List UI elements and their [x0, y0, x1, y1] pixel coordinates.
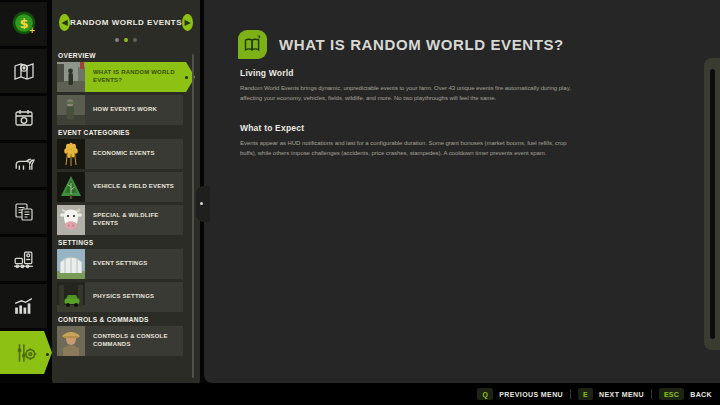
panel-collapse-handle[interactable]: [196, 186, 210, 222]
section-heading: What to Expect: [240, 123, 578, 133]
farmer-portrait-thumbnail: [57, 326, 85, 356]
nav-finances[interactable]: $ +: [0, 2, 47, 46]
section-label-overview: OVERVIEW: [58, 52, 194, 59]
sidebar-item-label: EVENT SETTINGS: [85, 249, 183, 279]
production-icon: [11, 247, 36, 272]
page-dot-active: [124, 38, 128, 42]
sidebar-item-label: PHYSICS SETTINGS: [85, 282, 183, 312]
street-scene-1-thumbnail: [57, 62, 85, 92]
sidebar-item-label: VEHICLE & FIELD EVENTS: [85, 172, 183, 202]
animal-icon: [11, 153, 36, 178]
prev-page-button[interactable]: ◀: [59, 14, 70, 31]
street-scene-2-thumbnail: [57, 95, 85, 125]
main-content: Living World Random World Events brings …: [240, 68, 578, 178]
gear-sliders-icon: [13, 340, 39, 366]
sidebar-content: OVERVIEW WHAT IS RANDOM WORLD EVENTS?: [52, 42, 200, 356]
nav-contracts[interactable]: [0, 190, 47, 234]
main-panel: ? WHAT IS RANDOM WORLD EVENTS? Living Wo…: [204, 0, 720, 383]
sidebar-item-label: HOW EVENTS WORK: [85, 95, 183, 125]
previous-menu-button[interactable]: Q PREVIOUS MENU: [477, 388, 563, 400]
active-tab-dot: [46, 353, 49, 356]
section-body: Random World Events brings dynamic, unpr…: [240, 84, 578, 104]
sidebar-item-how-events-work[interactable]: HOW EVENTS WORK: [57, 95, 183, 125]
section-heading: Living World: [240, 68, 578, 78]
money-icon: $ +: [9, 9, 39, 39]
tree-icon: [57, 172, 85, 202]
content-section-living-world: Living World Random World Events brings …: [240, 68, 578, 104]
key-e-badge: E: [578, 388, 593, 400]
key-q-badge: Q: [477, 388, 493, 400]
nav-mod-settings-active[interactable]: [0, 331, 52, 374]
sidebar-item-controls-console-commands[interactable]: CONTROLS & CONSOLE COMMANDS: [57, 326, 183, 356]
selected-item-dot: [185, 76, 188, 79]
next-menu-label: NEXT MENU: [599, 391, 644, 398]
section-label-event-categories: EVENT CATEGORIES: [58, 129, 194, 136]
page-dot: [133, 38, 137, 42]
key-esc-badge: ESC: [659, 388, 684, 400]
page-dot: [115, 38, 119, 42]
next-menu-button[interactable]: E NEXT MENU: [578, 388, 644, 400]
nav-map[interactable]: [0, 49, 47, 93]
handle-dot-icon: [200, 202, 203, 205]
sidebar-item-label: WHAT IS RANDOM WORLD EVENTS?: [85, 62, 195, 92]
wheat-icon: [57, 139, 85, 169]
greenhouse-photo-thumbnail: [57, 249, 85, 279]
sidebar-item-label: ECONOMIC EVENTS: [85, 139, 183, 169]
back-button[interactable]: ESC BACK: [659, 388, 712, 400]
nav-calendar[interactable]: [0, 96, 47, 140]
section-body: Events appear as HUD notifications and l…: [240, 139, 578, 159]
main-scrollbar[interactable]: [704, 58, 720, 350]
page-title: WHAT IS RANDOM WORLD EVENTS?: [279, 36, 564, 53]
sidebar-item-vehicle-field-events[interactable]: VEHICLE & FIELD EVENTS: [57, 172, 183, 202]
book-icon: ?: [238, 30, 267, 59]
main-header: ? WHAT IS RANDOM WORLD EVENTS?: [238, 30, 564, 59]
contracts-icon: [12, 200, 36, 224]
statistics-icon: [11, 294, 36, 319]
sidebar-header: ◀ RANDOM WORLD EVENTS ▶: [52, 0, 200, 31]
left-icon-bar: $ +: [0, 0, 47, 405]
sidebar-item-label: CONTROLS & CONSOLE COMMANDS: [85, 326, 183, 356]
main-scrollbar-track: [710, 69, 715, 339]
nav-production[interactable]: [0, 237, 47, 281]
sidebar-title: RANDOM WORLD EVENTS: [70, 18, 182, 27]
calendar-icon: [12, 106, 36, 130]
svg-text:?: ?: [257, 34, 261, 41]
separator: [570, 389, 571, 399]
sidebar-item-physics-settings[interactable]: PHYSICS SETTINGS: [57, 282, 183, 312]
nav-statistics[interactable]: [0, 284, 47, 328]
sidebar-scrollbar[interactable]: [192, 54, 194, 378]
section-label-controls-commands: CONTROLS & COMMANDS: [58, 316, 194, 323]
sidebar-panel: ◀ RANDOM WORLD EVENTS ▶ OVERVIEW: [52, 0, 200, 390]
content-section-what-to-expect: What to Expect Events appear as HUD noti…: [240, 123, 578, 159]
map-icon: [12, 59, 36, 83]
cow-icon: [57, 205, 85, 235]
sidebar-item-event-settings[interactable]: EVENT SETTINGS: [57, 249, 183, 279]
sidebar-item-label: SPECIAL & WILDLIFE EVENTS: [85, 205, 183, 235]
svg-text:+: +: [28, 26, 35, 35]
next-page-button[interactable]: ▶: [182, 14, 193, 31]
bottom-bar: Q PREVIOUS MENU E NEXT MENU ESC BACK: [0, 383, 720, 405]
nav-animals[interactable]: [0, 143, 47, 187]
separator: [651, 389, 652, 399]
screen: $ +: [0, 0, 720, 405]
sidebar-item-what-is[interactable]: WHAT IS RANDOM WORLD EVENTS?: [57, 62, 195, 92]
section-label-settings: SETTINGS: [58, 239, 194, 246]
back-label: BACK: [690, 391, 712, 398]
svg-text:$: $: [19, 16, 28, 31]
sidebar-item-economic-events[interactable]: ECONOMIC EVENTS: [57, 139, 183, 169]
sidebar-item-special-wildlife-events[interactable]: SPECIAL & WILDLIFE EVENTS: [57, 205, 183, 235]
garage-photo-thumbnail: [57, 282, 85, 312]
previous-menu-label: PREVIOUS MENU: [499, 391, 563, 398]
